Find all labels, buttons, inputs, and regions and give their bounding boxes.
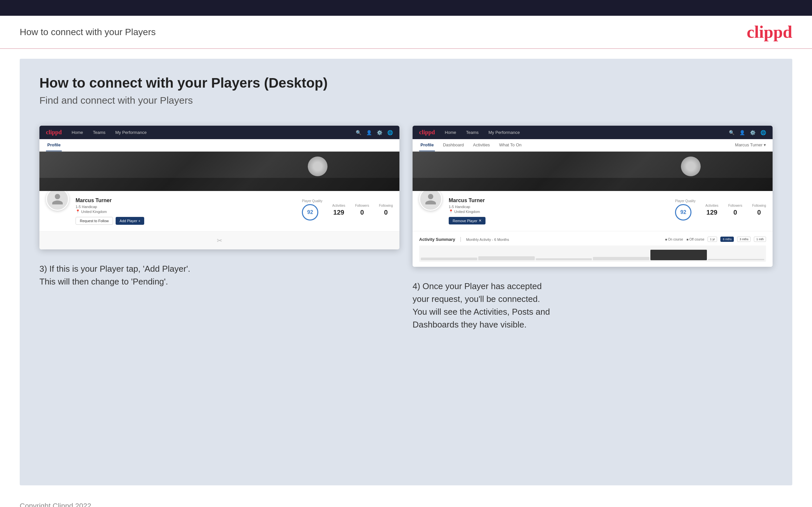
- remove-player-button[interactable]: Remove Player ✕: [449, 217, 486, 224]
- legend-off-course: Off course: [689, 238, 704, 241]
- mock-scroll-area-1: ✂: [39, 231, 399, 249]
- chart-bar-3: [536, 258, 592, 260]
- person-icon-2: [424, 192, 437, 206]
- search-icon-1[interactable]: 🔍: [356, 130, 361, 135]
- mock-activity-2: Activity Summary | Monthly Activity - 6 …: [413, 231, 773, 267]
- mock-nav-right-2: 🔍 👤 ⚙️ 🌐: [729, 130, 766, 135]
- time-btn-1mth[interactable]: 1 mth: [754, 237, 766, 242]
- player-handicap-2: 1-5 Handicap: [449, 205, 662, 209]
- mock-nav-2: clippd Home Teams My Performance 🔍 👤 ⚙️ …: [413, 126, 773, 139]
- settings-icon-1[interactable]: ⚙️: [377, 130, 383, 135]
- time-btn-6mths[interactable]: 6 mths: [720, 237, 734, 242]
- player-handicap-1: 1-5 Handicap: [75, 205, 289, 209]
- request-follow-button-1[interactable]: Request to Follow: [75, 217, 113, 225]
- mock-hero-2: [413, 152, 773, 191]
- screenshot-mockup-1: clippd Home Teams My Performance 🔍 👤 ⚙️ …: [39, 126, 399, 249]
- screenshot-mockup-2: clippd Home Teams My Performance 🔍 👤 ⚙️ …: [413, 126, 773, 267]
- caption-1: 3) If this is your Player tap, 'Add Play…: [39, 263, 399, 288]
- stat-following-2: Following 0: [752, 204, 766, 216]
- stat-activities-1: Activities 129: [333, 204, 345, 216]
- scissors-icon: ✂: [217, 237, 222, 244]
- tab-profile-1[interactable]: Profile: [46, 139, 62, 151]
- chart-bar-6: [708, 259, 764, 260]
- screenshots-row: clippd Home Teams My Performance 🔍 👤 ⚙️ …: [39, 126, 773, 331]
- activity-header-2: Activity Summary | Monthly Activity - 6 …: [419, 236, 766, 242]
- screenshot-col-1: clippd Home Teams My Performance 🔍 👤 ⚙️ …: [39, 126, 399, 331]
- avatar-2: [419, 188, 442, 211]
- player-name-2: Marcus Turner: [449, 198, 662, 204]
- location-pin-icon-2: 📍: [449, 209, 453, 214]
- stat-quality-1: Player Quality 92: [302, 199, 322, 221]
- player-location-1: 📍 United Kingdom: [75, 209, 289, 214]
- page-subheading: Find and connect with your Players: [39, 95, 773, 106]
- mock-nav-right-1: 🔍 👤 ⚙️ 🌐: [356, 130, 393, 135]
- stat-followers-1: Followers 0: [355, 204, 369, 216]
- location-pin-icon-1: 📍: [75, 209, 80, 214]
- top-bar: [0, 0, 812, 16]
- tab-profile-2[interactable]: Profile: [419, 139, 435, 151]
- copyright-text: Copyright Clippd 2022: [20, 502, 91, 507]
- mock-nav-teams-1[interactable]: Teams: [93, 130, 105, 135]
- chart-bar-1: [421, 258, 477, 260]
- mock-logo-1: clippd: [46, 129, 62, 136]
- player-location-2: 📍 United Kingdom: [449, 209, 662, 214]
- time-btn-3mths[interactable]: 3 mths: [737, 237, 751, 242]
- activity-controls-2: ■ On course ■ Off course 1 yr 6 mths 3 m…: [665, 237, 766, 242]
- mock-nav-performance-1[interactable]: My Performance: [115, 130, 147, 135]
- chart-bar-5: [650, 250, 707, 260]
- mock-buttons-1: Request to Follow Add Player +: [75, 217, 289, 225]
- close-icon: ✕: [478, 219, 481, 223]
- mock-nav-teams-2[interactable]: Teams: [466, 130, 478, 135]
- page-heading: How to connect with your Players (Deskto…: [39, 75, 773, 91]
- mock-nav-home-2[interactable]: Home: [445, 130, 456, 135]
- search-icon-2[interactable]: 🔍: [729, 130, 734, 135]
- stat-quality-2: Player Quality 92: [675, 199, 695, 221]
- mock-nav-performance-2[interactable]: My Performance: [489, 130, 520, 135]
- quality-circle-2: 92: [675, 204, 692, 221]
- activity-chart-2: [419, 245, 766, 262]
- mock-logo-2: clippd: [419, 129, 435, 136]
- user-icon-1[interactable]: 👤: [366, 130, 372, 135]
- mock-stats-1: Player Quality 92 Activities 129 Followe…: [302, 196, 393, 221]
- time-btn-1yr[interactable]: 1 yr: [708, 237, 717, 242]
- mock-tabs-2: Profile Dashboard Activities What To On …: [413, 139, 773, 152]
- header-logo: clippd: [747, 22, 792, 42]
- activity-subtitle-2: Monthly Activity - 6 Months: [466, 238, 509, 241]
- tab-user-dropdown-2[interactable]: Marcus Turner ▾: [735, 139, 766, 151]
- mock-tabs-1: Profile: [39, 139, 399, 152]
- settings-icon-2[interactable]: ⚙️: [750, 130, 756, 135]
- mock-player-info-1: Marcus Turner 1-5 Handicap 📍 United King…: [75, 196, 289, 225]
- globe-icon-1[interactable]: 🌐: [387, 130, 393, 135]
- mock-player-info-2: Marcus Turner 1-5 Handicap 📍 United King…: [449, 196, 662, 224]
- chart-bar-2: [478, 256, 535, 260]
- footer: Copyright Clippd 2022: [0, 495, 812, 507]
- chart-bar-4: [593, 257, 649, 260]
- legend-on-course: On course: [668, 238, 683, 241]
- person-icon-1: [51, 192, 64, 206]
- avatar-1: [46, 188, 69, 211]
- user-icon-2[interactable]: 👤: [740, 130, 745, 135]
- header: How to connect with your Players clippd: [0, 16, 812, 49]
- stat-followers-2: Followers 0: [728, 204, 742, 216]
- tab-activities-2[interactable]: Activities: [472, 139, 491, 151]
- mock-nav-home-1[interactable]: Home: [71, 130, 83, 135]
- mock-player-area-1: Marcus Turner 1-5 Handicap 📍 United King…: [39, 191, 399, 231]
- mock-buttons-2: Remove Player ✕: [449, 217, 662, 224]
- header-title: How to connect with your Players: [20, 27, 156, 38]
- mock-player-area-2: Marcus Turner 1-5 Handicap 📍 United King…: [413, 191, 773, 231]
- stat-activities-2: Activities 129: [706, 204, 718, 216]
- caption-2: 4) Once your Player has accepted your re…: [413, 280, 773, 331]
- tab-dashboard-2[interactable]: Dashboard: [442, 139, 465, 151]
- mock-nav-1: clippd Home Teams My Performance 🔍 👤 ⚙️ …: [39, 126, 399, 139]
- mock-hero-1: [39, 152, 399, 191]
- screenshot-col-2: clippd Home Teams My Performance 🔍 👤 ⚙️ …: [413, 126, 773, 331]
- add-player-button-1[interactable]: Add Player +: [116, 217, 144, 225]
- mock-stats-2: Player Quality 92 Activities 129 Followe…: [675, 196, 766, 221]
- activity-title-2: Activity Summary: [419, 237, 455, 242]
- quality-circle-1: 92: [302, 204, 318, 221]
- player-name-1: Marcus Turner: [75, 198, 289, 204]
- globe-icon-2[interactable]: 🌐: [760, 130, 766, 135]
- tab-what-to-on-2[interactable]: What To On: [498, 139, 523, 151]
- stat-following-1: Following 0: [379, 204, 393, 216]
- main-content: How to connect with your Players (Deskto…: [20, 59, 792, 485]
